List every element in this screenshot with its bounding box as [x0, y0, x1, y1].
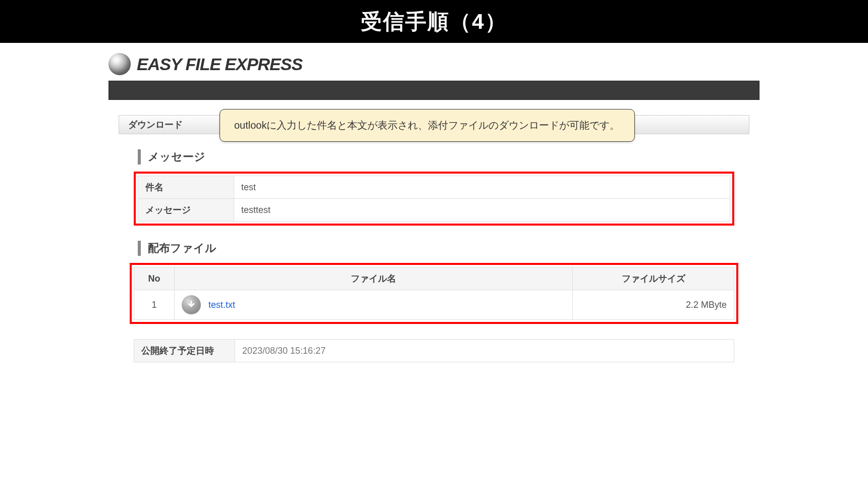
tab-download[interactable]: ダウンロード: [119, 119, 192, 131]
slide-title: 受信手順（4）: [361, 8, 507, 36]
tab-row: ダウンロード outlookに入力した件名と本文が表示され、添付ファイルのダウン…: [119, 115, 749, 134]
expiry-label: 公開終了予定日時: [134, 340, 235, 362]
download-icon[interactable]: [182, 295, 201, 314]
section-message: メッセージ 件名 test メッセージ testtest: [134, 149, 734, 226]
message-label: メッセージ: [138, 199, 234, 222]
section-expiry: 公開終了予定日時 2023/08/30 15:16:27: [134, 339, 734, 362]
file-row-no: 1: [134, 290, 175, 320]
col-header-name: ファイル名: [175, 267, 573, 290]
files-highlight-box: No ファイル名 ファイルサイズ 1: [130, 263, 738, 324]
section-files-heading: 配布ファイル: [138, 241, 734, 256]
file-table: No ファイル名 ファイルサイズ 1: [134, 267, 734, 320]
section-files: 配布ファイル No ファイル名 ファイルサイズ 1: [134, 241, 734, 324]
expiry-table: 公開終了予定日時 2023/08/30 15:16:27: [134, 339, 734, 362]
message-highlight-box: 件名 test メッセージ testtest: [134, 172, 734, 226]
header-dark-bar: [108, 81, 760, 100]
logo-row: EASY FILE EXPRESS: [108, 43, 760, 81]
subject-label: 件名: [138, 176, 234, 199]
file-row-size: 2.2 MByte: [573, 290, 734, 320]
logo-sphere-icon: [108, 53, 131, 75]
file-download-link[interactable]: test.txt: [208, 300, 235, 310]
message-table: 件名 test メッセージ testtest: [138, 176, 730, 222]
slide-title-bar: 受信手順（4）: [0, 0, 868, 43]
section-message-heading: メッセージ: [138, 149, 734, 165]
annotation-callout: outlookに入力した件名と本文が表示され、添付ファイルのダウンロードが可能で…: [220, 109, 635, 142]
subject-value: test: [234, 176, 730, 199]
file-row: 1 test.txt 2.2 MByte: [134, 290, 734, 320]
message-value: testtest: [234, 199, 730, 222]
page: EASY FILE EXPRESS ダウンロード outlookに入力した件名と…: [108, 43, 760, 362]
col-header-no: No: [134, 267, 175, 290]
file-row-name-cell: test.txt: [175, 290, 573, 320]
expiry-value: 2023/08/30 15:16:27: [235, 340, 734, 362]
col-header-size: ファイルサイズ: [573, 267, 734, 290]
logo-text: EASY FILE EXPRESS: [137, 54, 302, 74]
